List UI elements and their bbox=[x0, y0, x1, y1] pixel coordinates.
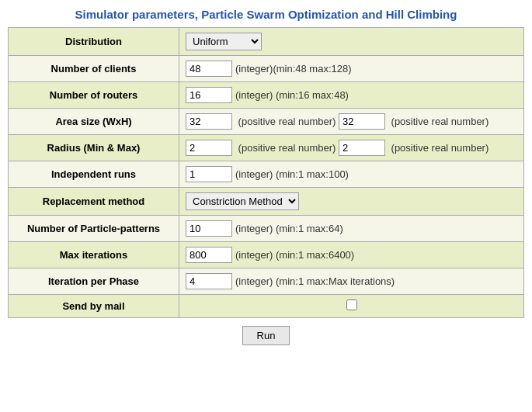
row-label: Max iterations bbox=[9, 242, 179, 268]
row-label: Send by mail bbox=[9, 295, 179, 318]
parameters-table: DistributionUniformGaussianExponentialNu… bbox=[8, 27, 524, 318]
row-label: Distribution bbox=[9, 28, 179, 56]
hint-text-1: (positive real number) bbox=[235, 142, 339, 154]
run-button[interactable]: Run bbox=[242, 326, 290, 345]
row-value[interactable]: (integer) (min:16 max:48) bbox=[179, 82, 524, 109]
area-size-(wxh)-input1[interactable] bbox=[186, 113, 232, 130]
table-row: Send by mail bbox=[9, 295, 524, 318]
distribution-select[interactable]: UniformGaussianExponential bbox=[186, 33, 262, 50]
hint-text-2: (positive real number) bbox=[388, 142, 489, 154]
radius-(min-&-max)-input1[interactable] bbox=[186, 140, 232, 156]
number-of-particle-patterns-input[interactable] bbox=[186, 220, 232, 237]
hint-text-2: (positive real number) bbox=[388, 116, 489, 127]
row-value[interactable]: (integer) (min:1 max:100) bbox=[179, 161, 524, 188]
max-iterations-input[interactable] bbox=[186, 247, 232, 263]
row-value[interactable]: UniformGaussianExponential bbox=[179, 28, 524, 56]
row-label: Area size (WxH) bbox=[9, 109, 179, 135]
number-of-clients-input[interactable] bbox=[186, 61, 232, 77]
hint-text-1: (positive real number) bbox=[235, 116, 339, 127]
table-row: DistributionUniformGaussianExponential bbox=[9, 28, 524, 56]
row-value[interactable]: (integer)(min:48 max:128) bbox=[179, 56, 524, 82]
row-label: Replacement method bbox=[9, 188, 179, 216]
table-row: Iteration per Phase(integer) (min:1 max:… bbox=[9, 268, 524, 295]
table-row: Max iterations(integer) (min:1 max:6400) bbox=[9, 242, 524, 268]
row-label: Number of routers bbox=[9, 82, 179, 109]
row-label: Iteration per Phase bbox=[9, 268, 179, 295]
row-value[interactable]: Constriction MethodInertia WeightSimple bbox=[179, 188, 524, 216]
hint-text: (integer) (min:16 max:48) bbox=[235, 89, 349, 101]
row-value[interactable]: (positive real number) (positive real nu… bbox=[179, 135, 524, 161]
table-row: Replacement methodConstriction MethodIne… bbox=[9, 188, 524, 216]
page-title: Simulator parameters, Particle Swarm Opt… bbox=[8, 8, 524, 21]
row-label: Radius (Min & Max) bbox=[9, 135, 179, 161]
iteration-per-phase-input[interactable] bbox=[186, 273, 232, 289]
hint-text: (integer)(min:48 max:128) bbox=[235, 63, 352, 74]
row-value[interactable]: (integer) (min:1 max:64) bbox=[179, 216, 524, 242]
hint-text: (integer) (min:1 max:6400) bbox=[235, 249, 354, 261]
row-label: Independent runs bbox=[9, 161, 179, 188]
table-row: Area size (WxH) (positive real number) (… bbox=[9, 109, 524, 135]
table-row: Number of Particle-patterns(integer) (mi… bbox=[9, 216, 524, 242]
row-value[interactable] bbox=[179, 295, 524, 318]
table-row: Number of clients(integer)(min:48 max:12… bbox=[9, 56, 524, 82]
area-size-(wxh)-input2[interactable] bbox=[339, 113, 385, 130]
replacement-method-select[interactable]: Constriction MethodInertia WeightSimple bbox=[186, 192, 299, 210]
row-value[interactable]: (integer) (min:1 max:6400) bbox=[179, 242, 524, 268]
hint-text: (integer) (min:1 max:Max iterations) bbox=[235, 275, 395, 287]
hint-text: (integer) (min:1 max:100) bbox=[235, 168, 349, 180]
row-value[interactable]: (integer) (min:1 max:Max iterations) bbox=[179, 268, 524, 295]
table-row: Radius (Min & Max) (positive real number… bbox=[9, 135, 524, 161]
row-label: Number of clients bbox=[9, 56, 179, 82]
row-value[interactable]: (positive real number) (positive real nu… bbox=[179, 109, 524, 135]
table-row: Independent runs(integer) (min:1 max:100… bbox=[9, 161, 524, 188]
number-of-routers-input[interactable] bbox=[186, 87, 232, 103]
run-container: Run bbox=[8, 326, 524, 345]
independent-runs-input[interactable] bbox=[186, 166, 232, 182]
hint-text: (integer) (min:1 max:64) bbox=[235, 223, 343, 234]
table-row: Number of routers(integer) (min:16 max:4… bbox=[9, 82, 524, 109]
row-label: Number of Particle-patterns bbox=[9, 216, 179, 242]
send-by-mail-checkbox[interactable] bbox=[346, 299, 357, 310]
radius-(min-&-max)-input2[interactable] bbox=[339, 140, 385, 156]
